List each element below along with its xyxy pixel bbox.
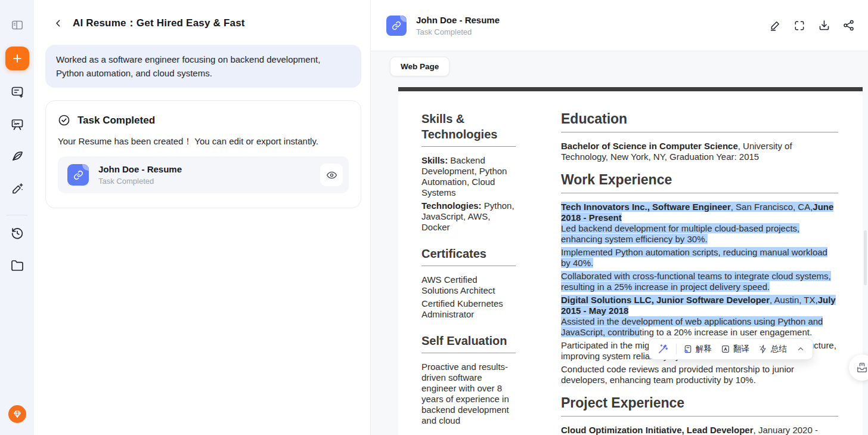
summarize-button[interactable]: 总结 (758, 344, 787, 354)
user-message-bubble: Worked as a software engineer focusing o… (45, 45, 361, 88)
ai-doc-icon[interactable] (10, 85, 24, 99)
file-status: Task Completed (98, 177, 182, 186)
resume-text: Proactive and results-driven software en… (421, 362, 509, 425)
ai-edit-sparkle-icon[interactable] (10, 181, 24, 196)
tab-web-page[interactable]: Web Page (390, 57, 450, 76)
chat-panel: AI Resume：Get Hired Easy & Fast Worked a… (34, 0, 371, 435)
resume-text: Cloud Optimization Initiative, Lead Deve… (561, 425, 754, 435)
magic-wand-icon (657, 343, 669, 355)
highlighted-text: Led backend development for multiple clo… (561, 223, 799, 244)
highlighted-text: , Austin, TX, (770, 295, 818, 305)
edit-button[interactable] (768, 19, 782, 32)
resume-section-heading: Certificates (421, 246, 516, 266)
premium-gem-icon[interactable] (8, 405, 26, 423)
preview-panel: John Doe - Resume Task Completed (371, 0, 868, 435)
resume-right-column: EducationBachelor of Science in Computer… (561, 111, 838, 435)
resume-paragraph: Implemented Python automation scripts, r… (561, 247, 838, 269)
resume-paragraph: Bachelor of Science in Computer Science,… (561, 141, 838, 162)
resume-paragraph: Technologies: Python, JavaScript, AWS, D… (421, 200, 516, 233)
resume-section-heading: Project Experience (561, 395, 838, 417)
fullscreen-button[interactable] (793, 19, 806, 32)
resume-paragraph: Digital Solutions LLC, Junior Software D… (561, 295, 838, 338)
download-icon (818, 19, 830, 32)
resume-section-heading: Self Evaluation (421, 333, 516, 353)
summarize-label: 总结 (771, 344, 787, 354)
fullscreen-icon (793, 20, 805, 32)
resume-paragraph: AWS Certified Solutions Architect (421, 274, 516, 296)
translate-button[interactable]: 翻译 (721, 344, 749, 354)
file-link-icon (67, 164, 89, 186)
plus-icon (11, 53, 23, 64)
files-folder-icon[interactable] (10, 258, 24, 273)
highlighted-text: , San Francisco, CA, (731, 202, 813, 212)
resume-text: Conducted code reviews and provided ment… (561, 364, 794, 385)
edit-pencil-icon (769, 19, 782, 32)
explain-doc-icon (683, 344, 693, 354)
resume-text: ting to a 20% increase in user engagemen… (640, 327, 812, 337)
new-task-button[interactable] (5, 47, 29, 70)
resume-text: Technologies: (421, 200, 482, 211)
file-name: John Doe - Resume (98, 164, 182, 174)
highlighted-text: Tech Innovators Inc., Software Engineer (561, 202, 731, 212)
result-file-item[interactable]: John Doe - Resume Task Completed (58, 156, 349, 193)
scrollbar-thumb[interactable] (864, 230, 867, 285)
explain-button[interactable]: 解释 (683, 344, 712, 354)
resume-section-heading: Work Experience (561, 172, 838, 193)
toolbar-divider (676, 344, 677, 354)
resume-text: AWS Certified Solutions Architect (421, 274, 495, 295)
highlighted-text: Implemented Python automation scripts, r… (561, 247, 827, 268)
task-card-title: Task Completed (78, 115, 155, 127)
ai-writer-quill-icon[interactable] (10, 149, 24, 163)
collapse-toolbar-button[interactable] (796, 344, 805, 354)
eye-icon (326, 169, 337, 181)
resume-paragraph: Certified Kubernetes Administrator (421, 298, 516, 320)
task-completed-card: Task Completed Your Resume has been crea… (45, 100, 361, 208)
resume-paragraph: Skills: Backend Development, Python Auto… (421, 155, 516, 198)
back-button[interactable] (53, 18, 64, 29)
resume-text: Bachelor of Science in Computer Science (561, 141, 738, 151)
resume-section-heading: Education (561, 111, 838, 132)
chevron-up-icon (796, 345, 805, 353)
resume-section-heading: Skills & Technologies (421, 111, 516, 147)
preview-file-status: Task Completed (416, 27, 500, 36)
ai-slides-icon[interactable] (10, 117, 24, 131)
highlighted-text: Digital Solutions LLC, Junior Software D… (561, 295, 770, 305)
panel-toggle-icon[interactable] (10, 18, 24, 32)
chat-panel-header: AI Resume：Get Hired Easy & Fast (34, 0, 370, 30)
resume-paragraph: Cloud Optimization Initiative, Lead Deve… (561, 425, 838, 435)
resume-paragraph: Collaborated with cross-functional teams… (561, 271, 838, 292)
resume-web-page[interactable]: Skills & TechnologiesSkills: Backend Dev… (398, 87, 863, 435)
chevron-left-icon (54, 18, 63, 28)
highlighted-text: Collaborated with cross-functional teams… (561, 271, 831, 292)
translate-icon (721, 344, 730, 354)
preview-file-name: John Doe - Resume (416, 15, 500, 25)
history-icon[interactable] (10, 226, 24, 240)
preview-content: Web Page Skills & TechnologiesSkills: Ba… (371, 51, 868, 435)
share-button[interactable] (842, 19, 855, 32)
ai-wand-button[interactable] (656, 343, 669, 356)
resume-text: Skills: (421, 155, 448, 165)
preview-header: John Doe - Resume Task Completed (371, 0, 868, 51)
rail-divider (7, 215, 28, 215)
selection-toolbar: 解释 翻译 总结 (649, 338, 813, 360)
explain-label: 解释 (696, 344, 712, 354)
file-link-icon (386, 16, 407, 36)
resume-paragraph: Conducted code reviews and provided ment… (561, 364, 838, 385)
share-icon (842, 19, 855, 32)
page-title: AI Resume：Get Hired Easy & Fast (73, 16, 245, 30)
download-button[interactable] (817, 19, 830, 32)
page-top-bar (398, 87, 863, 91)
resume-paragraph: Tech Innovators Inc., Software Engineer,… (561, 202, 838, 245)
resume-paragraph: Proactive and results-driven software en… (421, 362, 516, 426)
resume-left-column: Skills & TechnologiesSkills: Backend Dev… (421, 111, 516, 428)
resume-text: , January 2020 - (754, 425, 818, 435)
translate-label: 翻译 (733, 344, 749, 354)
resume-text: Certified Kubernetes Administrator (421, 298, 503, 319)
preview-file-button[interactable] (320, 163, 343, 186)
summarize-zap-icon (758, 344, 768, 354)
check-circle-icon (58, 114, 70, 127)
task-card-body: Your Resume has been created！ You can ed… (58, 134, 349, 148)
app-icon-rail (0, 0, 34, 435)
inbox-doc-icon (855, 361, 868, 374)
